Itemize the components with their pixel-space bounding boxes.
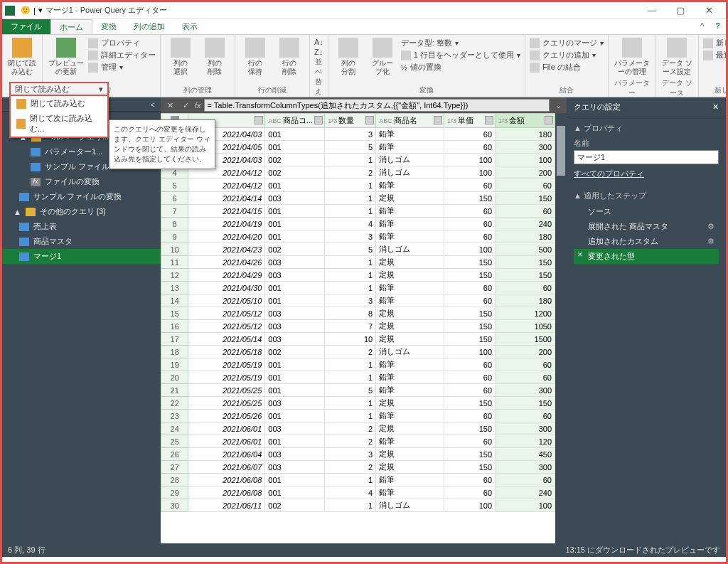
choose-columns-button[interactable]: 列の 選択 bbox=[165, 36, 196, 78]
tab-home[interactable]: ホーム bbox=[50, 19, 92, 34]
table-row[interactable]: 42021/04/120022消しゴム100200 bbox=[161, 166, 555, 179]
name-label: 名前 bbox=[574, 138, 719, 149]
table-row[interactable]: 152021/05/120038定規1501200 bbox=[161, 307, 555, 320]
table-row[interactable]: 162021/05/120037定規1501050 bbox=[161, 320, 555, 333]
table-row[interactable]: 262021/06/040033定規150450 bbox=[161, 448, 555, 461]
table-row[interactable]: 112021/04/260031定規150150 bbox=[161, 256, 555, 269]
merge-queries-button[interactable]: クエリのマージ ▾ bbox=[530, 38, 604, 48]
table-row[interactable]: 212021/05/250015鉛筆60300 bbox=[161, 384, 555, 397]
fx-icon: fx bbox=[195, 101, 201, 110]
tree-item-fx[interactable]: fxファイルの変換 bbox=[2, 174, 161, 189]
tab-transform[interactable]: 変換 bbox=[92, 19, 125, 34]
column-header[interactable]: 1²3金額 bbox=[496, 114, 555, 128]
table-row[interactable]: 132021/04/300011鉛筆6060 bbox=[161, 282, 555, 294]
all-properties-link[interactable]: すべてのプロパティ bbox=[574, 169, 644, 178]
formula-accept-button[interactable]: ✓ bbox=[179, 99, 192, 112]
tab-file[interactable]: ファイル bbox=[2, 19, 50, 34]
table-row[interactable]: 102021/04/230025消しゴム100500 bbox=[161, 243, 555, 256]
table-row[interactable]: 232021/05/260011鉛筆6060 bbox=[161, 410, 555, 422]
properties-heading: ▲ プロパティ bbox=[574, 123, 719, 134]
formula-expand-button[interactable]: ⌄ bbox=[552, 101, 564, 110]
replace-values-button[interactable]: ½値の置換 bbox=[401, 62, 520, 73]
table-row[interactable]: 142021/05/100013鉛筆60180 bbox=[161, 294, 555, 307]
query-name-input[interactable] bbox=[574, 150, 719, 164]
applied-step[interactable]: 変更された型 bbox=[574, 249, 719, 264]
settings-title: クエリの設定 bbox=[574, 102, 621, 112]
advanced-editor-button[interactable]: 詳細エディター bbox=[88, 50, 156, 60]
combine-files-button[interactable]: File の結合 bbox=[530, 62, 604, 73]
table-row[interactable]: 242021/06/010032定規150300 bbox=[161, 422, 555, 435]
close-button[interactable]: ✕ bbox=[695, 5, 723, 16]
groupby-button[interactable]: グルー プ化 bbox=[367, 36, 398, 78]
table-row[interactable]: 182021/05/180022消しゴム100200 bbox=[161, 346, 555, 358]
table-row[interactable]: 22021/04/050015鉛筆60300 bbox=[161, 141, 555, 154]
tab-view[interactable]: 表示 bbox=[173, 19, 206, 34]
vertical-scrollbar[interactable] bbox=[555, 113, 567, 543]
help-button[interactable]: ? bbox=[710, 19, 726, 34]
table-row[interactable]: 92021/04/200013鉛筆60180 bbox=[161, 230, 555, 243]
table-row[interactable]: 252021/06/010012鉛筆60120 bbox=[161, 435, 555, 448]
tree-item-sample-transform[interactable]: サンプル ファイルの変換 bbox=[2, 189, 161, 204]
applied-step[interactable]: 追加されたカスタム⚙ bbox=[574, 234, 719, 249]
table-row[interactable]: 12021/04/030013鉛筆60180 bbox=[161, 128, 555, 141]
remove-rows-button[interactable]: 行の 削除 bbox=[274, 36, 305, 78]
collapse-ribbon-button[interactable]: ^ bbox=[695, 19, 710, 34]
column-header[interactable]: ABC商品名 bbox=[376, 114, 444, 128]
table-row[interactable]: 172021/05/1400310定規1501500 bbox=[161, 333, 555, 346]
tree-folder-other[interactable]: ▲その他のクエリ [3] bbox=[2, 204, 161, 219]
qa-dropdown[interactable]: ▾ bbox=[36, 6, 46, 15]
table-row[interactable]: 202021/05/190011鉛筆6060 bbox=[161, 371, 555, 384]
manage-button[interactable]: 管理 ▾ bbox=[88, 62, 156, 73]
formula-cancel-button[interactable]: ✕ bbox=[164, 99, 176, 112]
table-row[interactable]: 62021/04/140031定規150150 bbox=[161, 192, 555, 205]
manage-parameters-button[interactable]: パラメータ ーの管理 bbox=[613, 36, 651, 78]
formula-input[interactable] bbox=[204, 99, 550, 112]
column-header[interactable]: ABC商品コ... bbox=[265, 114, 325, 128]
remove-columns-button[interactable]: 列の 削除 bbox=[199, 36, 230, 78]
table-row[interactable]: 192021/05/190011鉛筆6060 bbox=[161, 358, 555, 371]
refresh-preview-button[interactable]: プレビュー の更新 bbox=[47, 36, 85, 78]
sort-desc-button[interactable]: Z↓ bbox=[314, 48, 323, 56]
table-row[interactable]: 292021/06/080014鉛筆60240 bbox=[161, 486, 555, 499]
minimize-button[interactable]: — bbox=[638, 5, 666, 16]
datasource-settings-button[interactable]: データ ソ ース設定 bbox=[660, 36, 694, 78]
menu-close-load-to[interactable]: 閉じて次に読み込む... bbox=[11, 111, 107, 137]
first-row-header-button[interactable]: 1 行目をヘッダーとして使用 ▾ bbox=[401, 50, 520, 60]
datatype-button[interactable]: データ型: 整数 ▾ bbox=[401, 38, 520, 48]
data-grid[interactable]: ABC商品コ...1²3数量ABC商品名1²3単価1²3金額12021/04/0… bbox=[161, 113, 555, 543]
split-column-button[interactable]: 列の 分割 bbox=[333, 36, 364, 78]
emoji-icon: 🙂 bbox=[21, 6, 31, 15]
applied-step[interactable]: ソース bbox=[574, 204, 719, 219]
table-row[interactable]: 302021/06/110021消しゴム100100 bbox=[161, 499, 555, 512]
maximize-button[interactable]: ▢ bbox=[666, 5, 695, 16]
table-row[interactable]: 222021/05/250031定規150150 bbox=[161, 397, 555, 410]
tree-item-master[interactable]: 商品マスタ bbox=[2, 234, 161, 249]
append-queries-button[interactable]: クエリの追加 ▾ bbox=[530, 50, 604, 60]
close-settings-button[interactable]: ✕ bbox=[712, 102, 719, 112]
closeload-dropdown: 閉じて読み込む 閉じて次に読み込む... bbox=[9, 95, 109, 138]
column-header[interactable]: 1²3数量 bbox=[325, 114, 376, 128]
new-source-button[interactable]: 新しいソース ▾ bbox=[703, 38, 728, 48]
column-header[interactable]: 1²3単価 bbox=[444, 114, 496, 128]
properties-button[interactable]: プロパティ bbox=[88, 38, 156, 48]
menu-close-load[interactable]: 閉じて読み込む bbox=[11, 96, 107, 111]
applied-step[interactable]: 展開された 商品マスタ⚙ bbox=[574, 219, 719, 234]
close-load-button[interactable]: 閉じて読 み込む bbox=[6, 36, 38, 78]
table-row[interactable]: 72021/04/150011鉛筆6060 bbox=[161, 205, 555, 218]
table-row[interactable]: 122021/04/290031定規150150 bbox=[161, 269, 555, 282]
keep-rows-button[interactable]: 行の 保持 bbox=[240, 36, 271, 78]
sort-asc-button[interactable]: A↓ bbox=[314, 38, 323, 46]
tree-item-merge1[interactable]: マージ1 bbox=[2, 249, 161, 264]
table-row[interactable]: 82021/04/190014鉛筆60240 bbox=[161, 218, 555, 230]
applied-steps-heading: ▲ 適用したステップ bbox=[574, 191, 719, 201]
table-row[interactable]: 32021/04/030021消しゴム100100 bbox=[161, 154, 555, 166]
tab-addcolumn[interactable]: 列の追加 bbox=[125, 19, 173, 34]
excel-icon bbox=[5, 6, 15, 16]
table-row[interactable]: 282021/06/080011鉛筆6060 bbox=[161, 474, 555, 486]
table-row[interactable]: 272021/06/070032定規150300 bbox=[161, 461, 555, 474]
tree-item-sales[interactable]: 売上表 bbox=[2, 219, 161, 234]
collapse-queries-button[interactable]: < bbox=[151, 100, 155, 109]
query-settings-panel: クエリの設定✕ ▲ プロパティ 名前 すべてのプロパティ ▲ 適用したステップ … bbox=[567, 97, 726, 543]
table-row[interactable]: 52021/04/120011鉛筆6060 bbox=[161, 179, 555, 192]
recent-sources-button[interactable]: 最近のソース ▾ bbox=[703, 50, 728, 60]
